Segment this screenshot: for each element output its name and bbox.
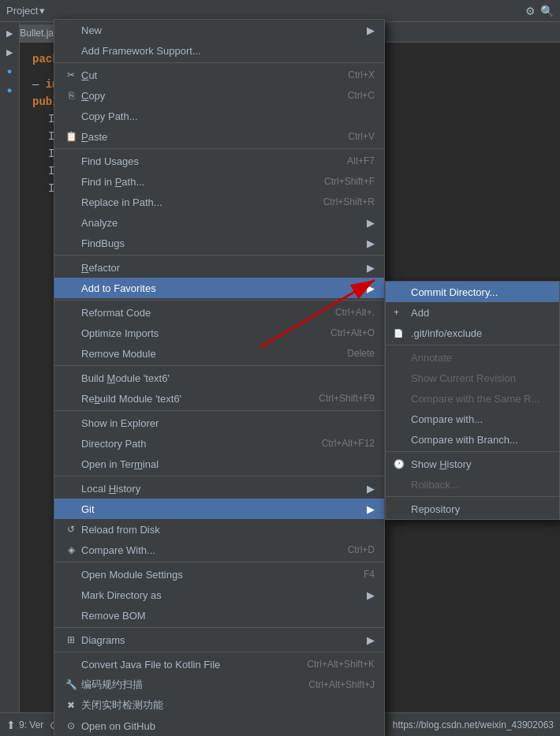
menu-icon-reload: ↺	[64, 524, 78, 535]
menu-item-findbugs[interactable]: FindBugs ▶	[54, 233, 384, 253]
submenu-item-commit-dir[interactable]: Commit Directory...	[386, 282, 559, 302]
menu-item-remove-module[interactable]: Remove Module Delete	[54, 343, 384, 364]
menu-item-reload[interactable]: ↺ Reload from Disk	[54, 519, 384, 540]
menu-label-open-github: Open on GitHub	[81, 720, 375, 732]
submenu-icon-show-history: 🕐	[394, 459, 408, 469]
menu-item-open-module[interactable]: Open Module Settings F4	[54, 564, 384, 585]
menu-label-refactor: Refactor	[81, 262, 362, 274]
menu-item-new[interactable]: New ▶	[54, 20, 384, 40]
submenu-item-rollback: Rollback...	[386, 474, 559, 495]
menu-label-compare: Compare With...	[81, 544, 332, 556]
menu-label-open-terminal: Open in Terminal	[81, 458, 375, 470]
submenu-item-compare-branch[interactable]: Compare with Branch...	[386, 429, 559, 450]
menu-item-show-explorer[interactable]: Show in Explorer	[54, 413, 384, 433]
menu-label-build-module: Build Module 'text6'	[81, 372, 375, 384]
menu-item-reformat[interactable]: Reformat Code Ctrl+Alt+.	[54, 302, 384, 323]
menu-item-copy-path[interactable]: Copy Path...	[54, 106, 384, 126]
submenu-item-add[interactable]: + Add	[386, 302, 559, 323]
menu-item-refactor[interactable]: Refactor ▶	[54, 257, 384, 278]
submenu-item-repository[interactable]: Repository	[386, 499, 559, 519]
menu-shortcut-dir-path: Ctrl+Alt+F12	[322, 438, 375, 449]
menu-item-add-favorites[interactable]: Add to Favorites ▶	[54, 278, 384, 298]
menu-item-compare[interactable]: ◈ Compare With... Ctrl+D	[54, 540, 384, 560]
submenu-label-compare-with: Compare with...	[411, 413, 551, 425]
menu-item-git[interactable]: Git ▶	[54, 499, 384, 519]
separator-10	[54, 652, 384, 652]
menu-shortcut-copy: Ctrl+C	[348, 90, 375, 101]
menu-icon-close-realtime: ✖	[64, 700, 78, 711]
menu-label-cut: Cut	[81, 69, 332, 81]
menu-item-find-in-path[interactable]: Find in Path... Ctrl+Shift+F	[54, 171, 384, 192]
project-label[interactable]: Project ▾	[0, 5, 51, 17]
menu-icon-cut: ✂	[64, 69, 78, 80]
menu-item-copy[interactable]: ⎘ Copy Ctrl+C	[54, 85, 384, 106]
context-menu: New ▶ Add Framework Support... ✂ Cut Ctr…	[54, 19, 385, 736]
project-text: Project	[6, 5, 38, 17]
menu-item-add-framework[interactable]: Add Framework Support...	[54, 40, 384, 61]
menu-item-open-github[interactable]: ⊙ Open on GitHub	[54, 715, 384, 736]
separator-4	[54, 300, 384, 301]
separator-6	[54, 410, 384, 411]
menu-item-replace-in-path[interactable]: Replace in Path... Ctrl+Shift+R	[54, 192, 384, 212]
menu-shortcut-compare: Ctrl+D	[348, 544, 375, 555]
submenu-sep-1	[386, 345, 559, 346]
status-version[interactable]: ⬆ 9: Ver	[6, 719, 43, 731]
menu-arrow-add-favorites: ▶	[367, 282, 375, 294]
submenu-item-compare-with[interactable]: Compare with...	[386, 409, 559, 429]
submenu-item-show-history[interactable]: 🕐 Show History	[386, 454, 559, 474]
git-submenu: Commit Directory... + Add 📄 .git/info/ex…	[385, 281, 560, 520]
menu-label-copy-path: Copy Path...	[81, 110, 375, 122]
menu-item-analyze[interactable]: Analyze ▶	[54, 212, 384, 233]
submenu-sep-2	[386, 451, 559, 452]
menu-label-remove-bom: Remove BOM	[81, 610, 375, 622]
menu-item-optimize[interactable]: Optimize Imports Ctrl+Alt+O	[54, 323, 384, 343]
menu-label-add-favorites: Add to Favorites	[81, 282, 362, 294]
menu-item-dir-path[interactable]: Directory Path Ctrl+Alt+F12	[54, 433, 384, 454]
separator-8	[54, 562, 384, 562]
menu-label-optimize: Optimize Imports	[81, 327, 315, 339]
menu-item-mark-dir[interactable]: Mark Directory as ▶	[54, 585, 384, 605]
menu-shortcut-find-usages: Alt+F7	[347, 155, 375, 166]
submenu-label-git-info: .git/info/exclude	[411, 327, 551, 339]
menu-label-dir-path: Directory Path	[81, 438, 306, 450]
menu-item-build-module[interactable]: Build Module 'text6'	[54, 368, 384, 388]
menu-item-convert-kotlin[interactable]: Convert Java File to Kotlin File Ctrl+Al…	[54, 654, 384, 674]
menu-item-close-realtime[interactable]: ✖ 关闭实时检测功能	[54, 695, 384, 715]
separator-3	[54, 255, 384, 256]
submenu-item-git-info[interactable]: 📄 .git/info/exclude	[386, 323, 559, 343]
submenu-item-compare-same: Compare with the Same R...	[386, 388, 559, 409]
menu-shortcut-reformat: Ctrl+Alt+.	[335, 307, 375, 318]
settings-icon[interactable]: ⚙	[525, 5, 536, 17]
menu-item-diagrams[interactable]: ⊞ Diagrams ▶	[54, 630, 384, 650]
menu-shortcut-code-convention: Ctrl+Alt+Shift+J	[308, 679, 375, 690]
menu-item-code-convention[interactable]: 🔧 编码规约扫描 Ctrl+Alt+Shift+J	[54, 674, 384, 695]
menu-label-find-in-path: Find in Path...	[81, 176, 308, 188]
menu-label-close-realtime: 关闭实时检测功能	[81, 698, 375, 712]
menu-item-local-history[interactable]: Local History ▶	[54, 478, 384, 499]
menu-label-code-convention: 编码规约扫描	[81, 678, 301, 692]
menu-item-rebuild-module[interactable]: Rebuild Module 'text6' Ctrl+Shift+F9	[54, 388, 384, 409]
menu-label-diagrams: Diagrams	[81, 634, 362, 646]
menu-label-convert-kotlin: Convert Java File to Kotlin File	[81, 659, 299, 671]
menu-arrow-diagrams: ▶	[367, 634, 375, 646]
menu-label-mark-dir: Mark Directory as	[81, 589, 362, 601]
menu-arrow-local-history: ▶	[367, 483, 375, 495]
menu-shortcut-open-module: F4	[364, 569, 375, 580]
search-icon[interactable]: 🔍	[540, 5, 554, 17]
menu-item-paste[interactable]: 📋 Paste Ctrl+V	[54, 126, 384, 147]
menu-label-reload: Reload from Disk	[81, 524, 375, 536]
separator-2	[54, 148, 384, 149]
menu-icon-diagrams: ⊞	[64, 634, 78, 645]
separator-5	[54, 365, 384, 366]
submenu-label-show-current-revision: Show Current Revision	[411, 372, 551, 384]
menu-item-cut[interactable]: ✂ Cut Ctrl+X	[54, 65, 384, 85]
menu-item-open-terminal[interactable]: Open in Terminal	[54, 454, 384, 474]
menu-icon-compare: ◈	[64, 544, 78, 555]
menu-label-replace-in-path: Replace in Path...	[81, 196, 308, 208]
menu-shortcut-replace-in-path: Ctrl+Shift+R	[323, 196, 375, 207]
menu-label-analyze: Analyze	[81, 217, 362, 229]
menu-item-find-usages[interactable]: Find Usages Alt+F7	[54, 151, 384, 171]
menu-arrow-findbugs: ▶	[367, 237, 375, 249]
menu-item-remove-bom[interactable]: Remove BOM	[54, 605, 384, 626]
toolbar-icons: ⚙ 🔍	[525, 5, 560, 17]
